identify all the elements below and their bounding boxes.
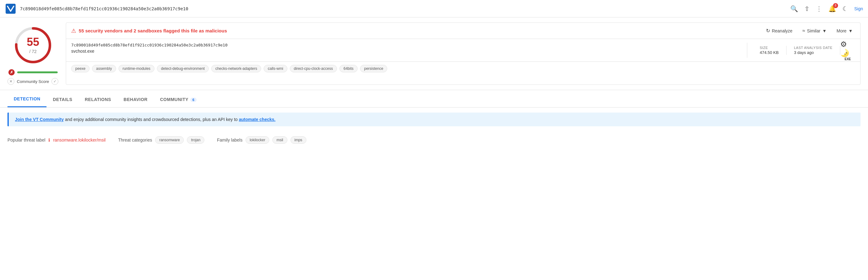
similar-label: Similar	[807, 28, 820, 33]
file-tag[interactable]: detect-debug-environment	[157, 65, 209, 72]
sign-in-button[interactable]: Sign	[854, 6, 863, 11]
reanalyze-button[interactable]: ↻ Reanalyze	[764, 27, 795, 35]
popular-threat: Popular threat label ℹ ransomware.lokilo…	[7, 138, 105, 142]
family-labels: Family labels lokilockermsilimps	[217, 136, 306, 144]
topnav: 7c890018d49fe085cd8b78efd1f921cc01936c19…	[0, 0, 868, 18]
more-label: More	[836, 28, 846, 33]
automate-link[interactable]: automate checks.	[239, 117, 276, 122]
hash-section: 7c890018d49fe085cd8b78efd1f921cc01936c19…	[66, 39, 860, 62]
threat-category-tag[interactable]: trojan	[187, 136, 204, 144]
date-value: 3 days ago	[794, 50, 832, 55]
tab-detection[interactable]: DETECTION	[7, 91, 46, 107]
exe-gear-icon: ⚙🌛	[840, 40, 855, 57]
main-content: 55 / 72 ✗ ✕ Community Score ✓ ⚠ 55 secur…	[0, 18, 868, 90]
community-check-icon: ✓	[52, 78, 58, 85]
community-score-label: Community Score	[17, 79, 49, 84]
tab-community[interactable]: COMMUNITY6	[154, 92, 203, 107]
similar-button[interactable]: ≈ Similar ▼	[800, 27, 829, 35]
community-x-icon: ✕	[7, 78, 14, 85]
tab-behavior[interactable]: BEHAVIOR	[117, 92, 154, 107]
file-tag[interactable]: assembly	[92, 65, 116, 72]
family-tag[interactable]: lokilocker	[246, 136, 269, 144]
file-tag[interactable]: peexe	[71, 65, 90, 72]
threat-row: Popular threat label ℹ ransomware.lokilo…	[0, 131, 868, 149]
upload-icon[interactable]: ⇧	[804, 5, 810, 12]
size-label: Size	[760, 46, 779, 49]
tab-badge: 6	[190, 98, 197, 102]
file-tag[interactable]: direct-cpu-clock-access	[290, 65, 337, 72]
score-denominator: / 72	[27, 49, 39, 54]
file-tag[interactable]: persistence	[360, 65, 387, 72]
file-tag[interactable]: checks-network-adapters	[211, 65, 261, 72]
file-meta: Size 474.50 KB Last Analysis Date 3 days…	[747, 43, 855, 58]
analysis-date: Last Analysis Date 3 days ago	[786, 46, 840, 55]
size-value: 474.50 KB	[760, 50, 779, 55]
score-text: 55 / 72	[27, 36, 39, 54]
score-circle: 55 / 72	[13, 25, 53, 66]
score-panel: 55 / 72 ✗ ✕ Community Score ✓	[7, 23, 58, 85]
file-size: Size 474.50 KB	[752, 46, 786, 55]
file-tag[interactable]: runtime-modules	[119, 65, 154, 72]
join-link[interactable]: Join the VT Community	[15, 117, 64, 122]
action-buttons: ↻ Reanalyze ≈ Similar ▼ More ▼	[764, 27, 855, 35]
notification-icon[interactable]: 🔔 8	[828, 5, 836, 12]
hash-info: 7c890018d49fe085cd8b78efd1f921cc01936c19…	[71, 43, 742, 54]
file-tag[interactable]: 64bits	[339, 65, 358, 72]
family-label: Family labels	[217, 138, 242, 142]
score-bar-row: ✗	[8, 69, 58, 75]
file-tag[interactable]: calls-wmi	[264, 65, 287, 72]
file-type-icon: ⚙🌛 EXE	[840, 43, 855, 58]
reanalyze-label: Reanalyze	[772, 28, 793, 33]
join-banner: Join the VT Community and enjoy addition…	[7, 112, 861, 126]
search-icon[interactable]: 🔍	[790, 5, 798, 12]
file-hash: 7c890018d49fe085cd8b78efd1f921cc01936c19…	[20, 6, 786, 11]
score-bar	[17, 71, 58, 73]
exe-type-label: EXE	[845, 57, 851, 61]
tab-details[interactable]: DETAILS	[46, 92, 78, 107]
join-banner-middle: and enjoy additional community insights …	[65, 117, 239, 122]
score-main-value: 55	[27, 36, 39, 48]
grid-icon[interactable]: ⋮	[816, 5, 822, 12]
threat-categories: Threat categories ransomwaretrojan	[118, 136, 204, 144]
vt-logo[interactable]	[5, 3, 16, 14]
warning-text: 55 security vendors and 2 sandboxes flag…	[79, 28, 227, 33]
threat-info-icon: ℹ	[49, 138, 50, 142]
tags-row: peexeassemblyruntime-modulesdetect-debug…	[66, 62, 860, 75]
popular-label: Popular threat label	[7, 138, 45, 142]
score-malicious-icon: ✗	[8, 69, 15, 75]
tab-relations[interactable]: RELATIONS	[79, 92, 117, 107]
svg-rect-0	[6, 4, 16, 14]
info-panel: ⚠ 55 security vendors and 2 sandboxes fl…	[66, 23, 861, 85]
tabs-bar: DETECTIONDETAILSRELATIONSBEHAVIORCOMMUNI…	[0, 91, 868, 108]
more-button[interactable]: More ▼	[834, 27, 855, 35]
date-label: Last Analysis Date	[794, 46, 832, 49]
warning-bar: ⚠ 55 security vendors and 2 sandboxes fl…	[66, 23, 860, 39]
notification-badge: 8	[833, 3, 838, 8]
theme-icon[interactable]: ☾	[842, 5, 848, 12]
threat-category-tag[interactable]: ransomware	[155, 136, 184, 144]
hash-value: 7c890018d49fe085cd8b78efd1f921cc01936c19…	[71, 43, 742, 47]
community-score-row: ✕ Community Score ✓	[7, 78, 58, 85]
similar-icon: ≈	[803, 28, 805, 34]
reanalyze-icon: ↻	[766, 28, 770, 34]
similar-chevron-icon: ▼	[822, 28, 827, 33]
topnav-icons: 🔍 ⇧ ⋮ 🔔 8 ☾ Sign	[790, 5, 863, 12]
popular-value: ransomware.lokilocker/msil	[53, 138, 105, 142]
more-chevron-icon: ▼	[848, 28, 853, 33]
family-tag[interactable]: imps	[290, 136, 306, 144]
warning-icon: ⚠	[71, 28, 76, 34]
filename: svchost.exe	[71, 49, 742, 54]
family-tag[interactable]: msil	[272, 136, 287, 144]
categories-label: Threat categories	[118, 138, 152, 142]
score-bar-fill	[17, 71, 58, 73]
